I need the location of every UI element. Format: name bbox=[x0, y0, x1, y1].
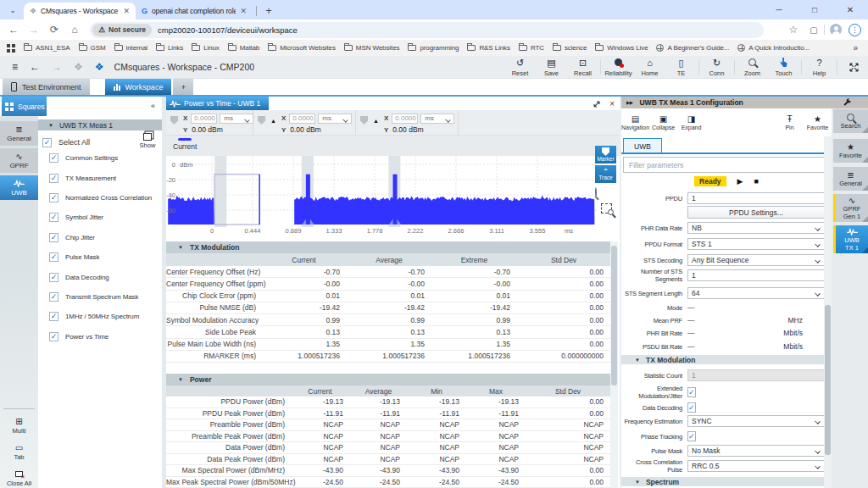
show-button[interactable]: Show bbox=[136, 130, 159, 149]
pin-button[interactable]: ŦPin bbox=[776, 114, 804, 130]
bookmark-item[interactable]: Microsoft Websites bbox=[268, 44, 336, 52]
bookmark-item[interactable]: Linux bbox=[192, 44, 220, 52]
rail-tab-uwb[interactable]: UWB bbox=[0, 175, 38, 200]
measurement-item[interactable]: ✓Power vs Time bbox=[49, 327, 162, 347]
sidebar-collapse-icon[interactable]: « bbox=[151, 102, 155, 110]
browser-menu-button[interactable]: ⋮ bbox=[849, 24, 861, 36]
measurement-item[interactable]: ✓Symbol Jitter bbox=[49, 208, 162, 227]
item-checkbox[interactable]: ✓ bbox=[49, 213, 58, 222]
window-close-button[interactable]: ✕ bbox=[832, 5, 868, 14]
app-menu-icon[interactable]: ≡ bbox=[12, 61, 18, 73]
bookmark-item[interactable]: Matlab bbox=[228, 44, 259, 52]
tab-close-icon[interactable]: ✕ bbox=[241, 7, 247, 15]
strip-tab-general[interactable]: ≣General bbox=[833, 167, 868, 191]
help-button[interactable]: ?Help bbox=[804, 56, 835, 78]
app-forward-icon[interactable]: → bbox=[52, 61, 62, 73]
field-select[interactable]: STS 1 bbox=[687, 238, 825, 250]
item-checkbox[interactable]: ✓ bbox=[49, 273, 58, 282]
measurement-item[interactable]: ✓1MHz / 50MHz Spectrum bbox=[49, 307, 162, 326]
field-select[interactable]: RRC 0.5 bbox=[687, 460, 825, 472]
profile-avatar[interactable] bbox=[830, 24, 842, 36]
panel-expand-icon[interactable] bbox=[593, 100, 601, 108]
home-button[interactable]: ⌂ bbox=[64, 24, 85, 36]
field-checkbox[interactable]: ✓ bbox=[687, 431, 696, 441]
back-button[interactable]: ← bbox=[3, 24, 24, 36]
field-select[interactable]: 64 bbox=[687, 287, 825, 299]
bookmark-item[interactable]: science bbox=[553, 44, 587, 52]
reliability-button[interactable]: Reliability bbox=[603, 56, 634, 78]
ppdu-settings-button[interactable]: PPDU Settings... bbox=[687, 206, 825, 219]
omnibox[interactable]: ⚠Not secure cmp20020-100107/deviceui/wor… bbox=[90, 22, 764, 38]
marker-unit-select[interactable]: ms bbox=[318, 114, 352, 124]
tab-workspace[interactable]: Workspace bbox=[105, 79, 172, 95]
item-checkbox[interactable]: ✓ bbox=[49, 233, 58, 242]
marker-x-input[interactable]: 0.0000 bbox=[191, 114, 217, 124]
new-tab-button[interactable]: + bbox=[260, 2, 277, 19]
rail-tab-gprf[interactable]: ∿GPRF bbox=[0, 148, 38, 173]
recall-button[interactable]: ⊡Recall bbox=[567, 56, 598, 78]
browser-tab[interactable]: Gopenai chat completion roles -✕ bbox=[136, 3, 253, 19]
tab-button[interactable]: ▭Tab bbox=[0, 443, 38, 461]
field-select[interactable]: NB bbox=[687, 222, 825, 234]
bookmarks-overflow-button[interactable]: » bbox=[854, 43, 858, 53]
item-checkbox[interactable]: ✓ bbox=[49, 312, 58, 321]
item-checkbox[interactable]: ✓ bbox=[49, 193, 58, 202]
measurement-item[interactable]: ✓Data Decoding bbox=[49, 267, 162, 286]
bookmark-item[interactable]: A Beginner's Guide... bbox=[656, 44, 729, 52]
marker-unit-select[interactable]: ms bbox=[420, 114, 454, 124]
expand-button[interactable]: ◨Expand bbox=[677, 114, 705, 130]
add-workspace-tab-button[interactable]: + bbox=[173, 79, 193, 95]
marker-unit-select[interactable]: ms bbox=[220, 114, 253, 124]
bookmark-item[interactable]: ASN1_ESA bbox=[24, 44, 70, 52]
bookmark-item[interactable]: A Quick Introductio... bbox=[737, 44, 810, 52]
tab-test-environment[interactable]: Test Environment bbox=[3, 79, 90, 95]
item-checkbox[interactable]: ✓ bbox=[49, 153, 58, 163]
wrench-icon[interactable] bbox=[843, 98, 852, 108]
field-checkbox[interactable]: ✓ bbox=[687, 402, 696, 413]
save-button[interactable]: ▤Save bbox=[536, 56, 567, 78]
tables-scrollbar[interactable] bbox=[610, 241, 618, 488]
section-header[interactable]: ▼Power bbox=[166, 374, 610, 385]
field-select[interactable]: SYNC bbox=[687, 415, 825, 427]
chart-view-tab[interactable]: Power vs Time - UWB 1 bbox=[166, 97, 269, 110]
tab-search-chevron[interactable]: ⌄ bbox=[3, 3, 22, 18]
panel-close-icon[interactable]: × bbox=[609, 99, 615, 108]
select-all-checkbox[interactable]: ✓ bbox=[42, 138, 52, 147]
item-checkbox[interactable]: ✓ bbox=[49, 174, 58, 183]
section-header[interactable]: ▼TX Modulation bbox=[166, 241, 610, 253]
extensions-icon[interactable]: ▢ bbox=[804, 25, 824, 35]
bookmark-item[interactable]: MSN Websites bbox=[344, 44, 400, 52]
panel-collapse-icon[interactable]: ▶▶ bbox=[626, 100, 632, 105]
tab-close-icon[interactable]: ✕ bbox=[124, 7, 130, 15]
apps-grid-icon[interactable] bbox=[7, 44, 15, 53]
close-all-button[interactable]: ×Close All bbox=[0, 469, 38, 487]
trace-button[interactable]: ⌃Trace bbox=[595, 165, 616, 183]
bookmark-item[interactable]: Windows Live bbox=[595, 44, 648, 52]
item-checkbox[interactable]: ✓ bbox=[49, 332, 58, 341]
marker-button[interactable]: Marker bbox=[595, 146, 616, 164]
multi-button[interactable]: ⊞Multi bbox=[0, 417, 38, 435]
browser-tab[interactable]: ❖CMsquares - Workspace - CMP✕ bbox=[24, 3, 136, 19]
zoom-button[interactable]: Zoom bbox=[737, 56, 768, 78]
field-select[interactable]: Any Bit Sequence bbox=[687, 254, 825, 266]
bookmark-item[interactable]: GSM bbox=[79, 44, 106, 52]
field-input[interactable]: 1 bbox=[687, 192, 825, 204]
bookmark-item[interactable]: programming bbox=[408, 44, 459, 52]
bookmark-item[interactable]: R&S Links bbox=[467, 44, 509, 52]
measurement-item[interactable]: ✓Normalized Cross Correlation bbox=[49, 188, 162, 208]
strip-tab-favorite[interactable]: ★Favorite bbox=[833, 139, 868, 163]
measurement-item[interactable]: ✓Transmit Spectrum Mask bbox=[49, 287, 162, 307]
touch-button[interactable]: Touch bbox=[768, 56, 799, 78]
reset-button[interactable]: ↺Reset bbox=[504, 56, 536, 78]
config-tab-uwb[interactable]: UWB bbox=[623, 138, 662, 153]
tables-scrollbar-thumb[interactable] bbox=[611, 246, 617, 385]
item-checkbox[interactable]: ✓ bbox=[49, 252, 58, 262]
field-select[interactable]: No Mask bbox=[687, 445, 825, 457]
legend-current[interactable]: Current bbox=[173, 138, 197, 151]
measurement-item[interactable]: ✓TX Measurement bbox=[49, 168, 162, 187]
collapse-button[interactable]: ▣Collapse bbox=[649, 114, 677, 130]
rail-tab-general[interactable]: ≣General bbox=[0, 121, 38, 146]
item-checkbox[interactable]: ✓ bbox=[49, 292, 58, 302]
chart-plot[interactable]: 0dBm-20-40-6000.4440.8891.3331.7782.2222… bbox=[166, 156, 598, 241]
marker-x-input[interactable]: 0.0000 bbox=[392, 114, 418, 124]
